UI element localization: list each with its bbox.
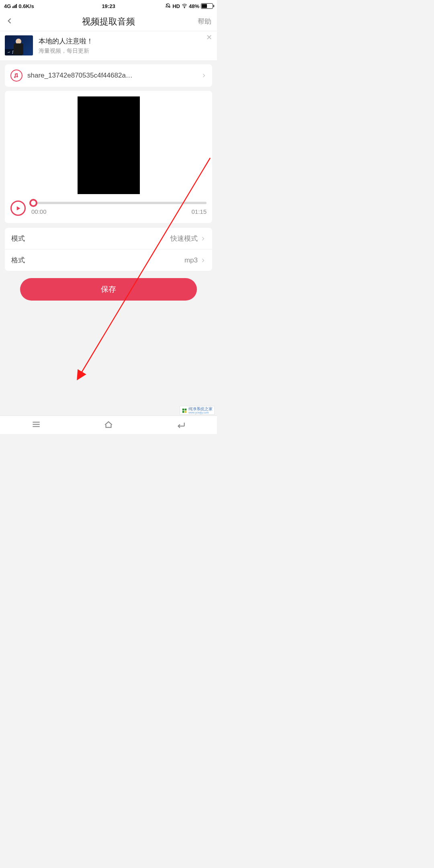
- signal-icon: [12, 4, 17, 8]
- back-button[interactable]: [6, 17, 14, 27]
- clock: 19:23: [102, 3, 115, 9]
- watermark-url: www.ycwjty.com: [188, 411, 213, 414]
- total-time: 01:15: [191, 208, 207, 215]
- ad-thumbnail: 广告: [5, 35, 33, 55]
- battery-icon: [201, 3, 213, 9]
- mode-value: 快速模式: [170, 234, 198, 243]
- option-mode[interactable]: 模式 快速模式: [5, 228, 212, 249]
- music-icon: [10, 70, 23, 82]
- chevron-right-icon: [201, 73, 207, 78]
- battery-pct: 48%: [189, 3, 199, 9]
- option-format[interactable]: 格式 mp3: [5, 249, 212, 271]
- seek-knob[interactable]: [29, 199, 37, 207]
- hd-label: HD: [172, 3, 180, 9]
- svg-point-1: [184, 7, 185, 8]
- svg-rect-9: [185, 411, 187, 413]
- mute-icon: [165, 3, 171, 9]
- status-right: HD 48%: [165, 3, 213, 9]
- system-nav-bar: [0, 416, 217, 434]
- nav-home-button[interactable]: [103, 419, 114, 431]
- watermark-text: 纯净系统之家: [188, 407, 213, 411]
- format-value: mp3: [184, 256, 198, 264]
- chevron-right-icon: [200, 236, 206, 242]
- ad-text-area: 本地的人注意啦！ 海量视频，每日更新: [39, 37, 212, 55]
- nav-back-button[interactable]: [176, 419, 186, 431]
- nav-menu-button[interactable]: [31, 419, 41, 431]
- page-title: 视频提取音频: [82, 16, 135, 28]
- watermark: 纯净系统之家 www.ycwjty.com: [180, 406, 215, 415]
- mode-label: 模式: [11, 234, 25, 243]
- svg-marker-2: [16, 206, 20, 210]
- svg-rect-7: [185, 408, 187, 410]
- status-left: 4G 0.6K/s: [4, 3, 34, 9]
- svg-rect-6: [182, 408, 184, 410]
- play-button[interactable]: [10, 201, 26, 216]
- help-button[interactable]: 帮助: [198, 17, 211, 26]
- svg-rect-8: [182, 411, 184, 413]
- watermark-icon: [182, 408, 187, 414]
- player-card: 00:00 01:15: [5, 91, 212, 223]
- current-time: 00:00: [31, 208, 47, 215]
- seek-slider[interactable]: [31, 202, 207, 204]
- video-preview[interactable]: [78, 96, 140, 194]
- ad-close-button[interactable]: ✕: [205, 34, 213, 42]
- wifi-icon: [182, 3, 187, 9]
- options-card: 模式 快速模式 格式 mp3: [5, 228, 212, 271]
- data-speed: 0.6K/s: [18, 3, 34, 9]
- ad-title: 本地的人注意啦！: [39, 37, 212, 46]
- file-name: share_13742e870535c4f44682a…: [27, 72, 196, 80]
- network-label: 4G: [4, 3, 11, 9]
- ad-tag: 广告: [5, 49, 22, 55]
- ad-banner[interactable]: 广告 本地的人注意啦！ 海量视频，每日更新 ✕: [0, 31, 217, 60]
- status-bar: 4G 0.6K/s 19:23 HD 48%: [0, 0, 217, 12]
- chevron-right-icon: [200, 258, 206, 263]
- save-button[interactable]: 保存: [20, 278, 197, 301]
- format-label: 格式: [11, 256, 25, 265]
- ad-subtitle: 海量视频，每日更新: [39, 47, 212, 55]
- file-card[interactable]: share_13742e870535c4f44682a…: [5, 64, 212, 87]
- title-bar: 视频提取音频 帮助: [0, 12, 217, 31]
